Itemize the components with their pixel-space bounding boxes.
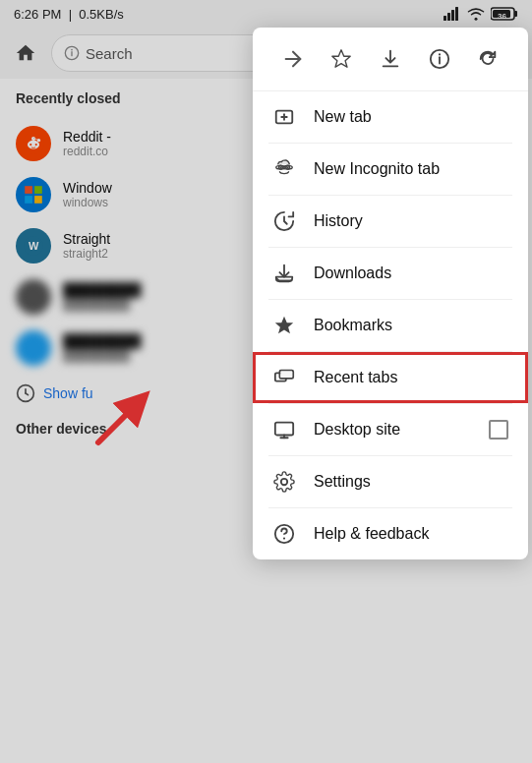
bookmarks-item[interactable]: Bookmarks <box>253 300 528 351</box>
star-icon <box>330 48 352 70</box>
bookmarks-label: Bookmarks <box>314 317 508 334</box>
help-icon <box>272 522 296 546</box>
recent-tabs-label: Recent tabs <box>314 369 508 386</box>
history-label: History <box>314 212 508 230</box>
info-button[interactable] <box>422 41 457 77</box>
svg-marker-48 <box>275 317 293 333</box>
recent-tabs-icon <box>272 366 296 389</box>
svg-rect-52 <box>275 423 293 436</box>
downloads-icon <box>272 262 296 285</box>
desktop-site-item[interactable]: Desktop site <box>253 404 528 455</box>
downloads-item[interactable]: Downloads <box>253 248 528 299</box>
settings-label: Settings <box>314 473 508 491</box>
dropdown-menu: New tab New Incognito tab <box>253 28 528 559</box>
history-icon <box>272 209 296 233</box>
dropdown-icon-row <box>253 28 528 91</box>
downloads-label: Downloads <box>314 264 508 282</box>
incognito-label: New Incognito tab <box>314 160 508 178</box>
info-icon <box>429 48 450 70</box>
recent-tabs-item[interactable]: Recent tabs <box>253 352 528 403</box>
svg-point-44 <box>279 166 281 168</box>
new-tab-label: New tab <box>314 108 508 126</box>
settings-item[interactable]: Settings <box>253 456 528 507</box>
svg-point-45 <box>287 166 289 168</box>
new-tab-icon <box>272 105 296 129</box>
svg-point-36 <box>438 53 440 55</box>
desktop-site-checkbox[interactable] <box>489 420 508 440</box>
download-icon <box>380 48 401 70</box>
svg-point-55 <box>281 479 287 485</box>
settings-icon <box>272 470 296 494</box>
desktop-site-icon <box>272 418 296 441</box>
history-item[interactable]: History <box>253 196 528 247</box>
help-feedback-item[interactable]: Help & feedback <box>253 508 528 559</box>
svg-marker-32 <box>332 50 350 67</box>
bookmarks-icon <box>272 314 296 337</box>
svg-rect-51 <box>280 372 292 378</box>
forward-icon <box>282 48 304 70</box>
download-button[interactable] <box>373 41 408 77</box>
svg-line-30 <box>98 403 138 442</box>
svg-point-57 <box>283 537 285 539</box>
desktop-site-label: Desktop site <box>314 421 471 439</box>
forward-button[interactable] <box>275 41 311 77</box>
incognito-tab-item[interactable]: New Incognito tab <box>253 144 528 195</box>
help-feedback-label: Help & feedback <box>314 525 508 543</box>
bookmark-star-button[interactable] <box>324 41 359 77</box>
incognito-icon <box>272 157 296 181</box>
new-tab-item[interactable]: New tab <box>253 91 528 143</box>
red-arrow-indicator <box>79 383 157 462</box>
refresh-icon <box>477 48 499 70</box>
refresh-button[interactable] <box>470 41 505 77</box>
